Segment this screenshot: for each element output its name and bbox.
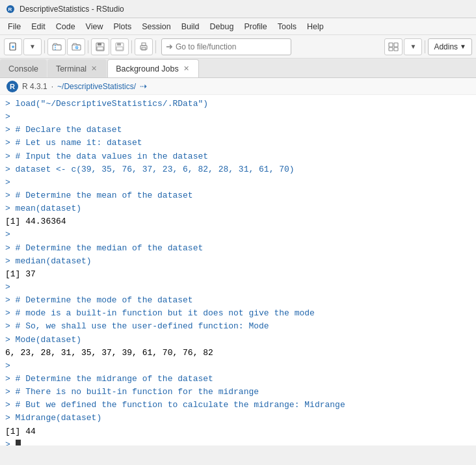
addins-label: Addins: [434, 42, 458, 51]
save-button[interactable]: [91, 38, 109, 55]
console-line-23: > # There is no built-in function for th…: [5, 386, 471, 399]
console-line-1: > load("~/DescriptiveStatistics/.RData"): [5, 98, 471, 111]
console-path-bar: R R 4.3.1 · ~/DescriptiveStatistics/ ⇢: [0, 78, 476, 95]
console-line-9: > mean(dataset): [5, 202, 471, 215]
console-line-22: > # Determine the midrange of the datase…: [5, 373, 471, 386]
path-separator: ·: [51, 82, 53, 91]
svg-rect-13: [117, 43, 121, 46]
console-line-24: > # But we defined the function to calcu…: [5, 399, 471, 412]
svg-rect-5: [53, 45, 61, 50]
goto-input[interactable]: [176, 42, 267, 51]
console-line-21: >: [5, 360, 471, 373]
tab-background-jobs-label: Background Jobs: [116, 64, 179, 73]
menu-debug[interactable]: Debug: [205, 20, 239, 33]
new-file-button[interactable]: [4, 38, 22, 55]
new-file-dropdown-button[interactable]: ▼: [23, 38, 42, 55]
toolbar-separator-1: [44, 40, 45, 53]
menu-profile[interactable]: Profile: [239, 20, 272, 33]
goto-bar[interactable]: ➜: [161, 38, 291, 55]
tab-console-label: Console: [8, 64, 38, 73]
window-title: DescriptiveStatistics - RStudio: [20, 5, 124, 14]
console-line-10: [1] 44.36364: [5, 215, 471, 228]
menu-bar: File Edit Code View Plots Session Build …: [0, 18, 476, 35]
menu-file[interactable]: File: [3, 20, 26, 33]
svg-rect-11: [97, 47, 103, 50]
menu-plots[interactable]: Plots: [108, 20, 137, 33]
console-line-26: [1] 44: [5, 425, 471, 438]
tab-console[interactable]: Console: [0, 59, 47, 77]
svg-text:R: R: [8, 7, 12, 12]
title-bar: R DescriptiveStatistics - RStudio: [0, 0, 476, 18]
tab-terminal-label: Terminal: [56, 64, 86, 73]
console-line-16: > # Determine the mode of the dataset: [5, 294, 471, 307]
menu-code[interactable]: Code: [51, 20, 81, 33]
toolbar-separator-4: [155, 40, 156, 53]
tab-terminal[interactable]: Terminal ✕: [47, 59, 107, 77]
console-line-5: > # Input the data values in the dataset: [5, 150, 471, 163]
tab-background-jobs-close[interactable]: ✕: [182, 64, 191, 73]
console-line-2: >: [5, 111, 471, 124]
console-line-18: > # So, we shall use the user-defined fu…: [5, 320, 471, 333]
r-logo: R: [7, 81, 18, 92]
console-line-8: > # Determine the mean of the dataset: [5, 189, 471, 202]
addins-dropdown-icon: ▼: [460, 43, 466, 50]
console-output[interactable]: > load("~/DescriptiveStatistics/.RData")…: [0, 95, 476, 445]
console-line-14: [1] 37: [5, 268, 471, 281]
svg-rect-19: [394, 43, 398, 47]
console-line-6: > dataset <- c(39, 35, 76, 37, 23, 6, 82…: [5, 163, 471, 176]
console-line-12: > # Determine the median of the dataset: [5, 242, 471, 255]
addins-button[interactable]: Addins ▼: [428, 38, 472, 55]
menu-view[interactable]: View: [81, 20, 109, 33]
console-line-27: >: [5, 438, 471, 445]
console-line-4: > # Let us name it: dataset: [5, 137, 471, 150]
console-line-15: >: [5, 281, 471, 294]
navigate-arrow-icon[interactable]: ⇢: [140, 81, 147, 91]
svg-rect-14: [116, 47, 123, 50]
svg-rect-21: [394, 47, 398, 51]
cursor: [16, 440, 21, 445]
svg-rect-18: [389, 43, 393, 47]
console-line-13: > median(dataset): [5, 255, 471, 268]
print-button[interactable]: [135, 38, 153, 55]
tab-background-jobs[interactable]: Background Jobs ✕: [107, 59, 199, 77]
console-line-11: >: [5, 228, 471, 241]
workspace-dropdown-button[interactable]: ▼: [404, 38, 422, 55]
menu-help[interactable]: Help: [302, 20, 329, 33]
console-line-17: > # mode is a built-in function but it d…: [5, 307, 471, 320]
toolbar: ▼: [0, 35, 476, 59]
toolbar-separator-5: [425, 40, 425, 53]
menu-edit[interactable]: Edit: [26, 20, 51, 33]
tab-terminal-close[interactable]: ✕: [90, 64, 98, 73]
main-pane: Console Terminal ✕ Background Jobs ✕ R R…: [0, 59, 476, 445]
open-file-button[interactable]: [47, 38, 66, 55]
open-recent-button[interactable]: [67, 38, 85, 55]
tabs-bar: Console Terminal ✕ Background Jobs ✕: [0, 59, 476, 78]
menu-build[interactable]: Build: [176, 20, 205, 33]
svg-rect-10: [98, 43, 101, 46]
menu-tools[interactable]: Tools: [272, 20, 302, 33]
goto-icon: ➜: [166, 42, 173, 51]
svg-rect-16: [142, 43, 146, 46]
console-line-7: >: [5, 176, 471, 189]
console-line-20: 6, 23, 28, 31, 35, 37, 39, 61, 70, 76, 8…: [5, 347, 471, 360]
console-line-25: > Midrange(dataset): [5, 412, 471, 425]
console-line-19: > Mode(dataset): [5, 334, 471, 347]
save-all-button[interactable]: [111, 38, 129, 55]
svg-rect-20: [389, 47, 393, 51]
app-icon: R: [5, 4, 16, 14]
toolbar-separator-3: [131, 40, 132, 53]
working-dir-link[interactable]: ~/DescriptiveStatistics/: [57, 82, 136, 91]
menu-session[interactable]: Session: [137, 20, 176, 33]
r-version: R 4.3.1: [22, 82, 47, 91]
workspace-layout-button[interactable]: [384, 38, 403, 55]
console-line-3: > # Declare the dataset: [5, 124, 471, 137]
toolbar-separator-2: [88, 40, 88, 53]
